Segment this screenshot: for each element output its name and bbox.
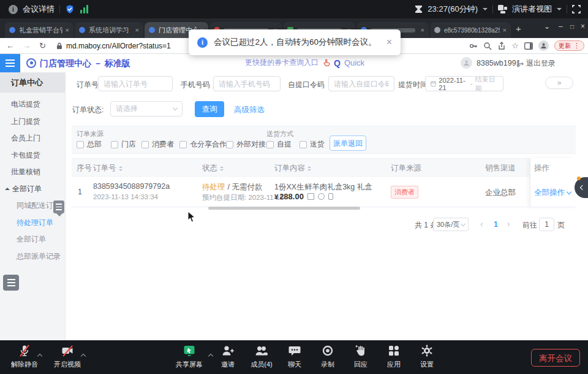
col-header-status[interactable]: 状态	[202, 163, 224, 174]
current-page[interactable]: 1	[494, 220, 498, 229]
timer-caret-icon[interactable]	[483, 8, 488, 13]
more-icon[interactable]: ⋮	[573, 42, 580, 50]
tab-search-chevron-icon[interactable]: ⌄	[544, 22, 550, 31]
sidebar-item-member-visit[interactable]: 会员上门	[0, 131, 66, 145]
logout-icon	[516, 60, 524, 67]
toolbar-video-button[interactable]: 开启视频	[49, 344, 86, 369]
floating-annotation-button[interactable]	[3, 275, 19, 291]
hamburger-button[interactable]	[0, 54, 20, 72]
order-status-select[interactable]: 请选择	[110, 101, 183, 116]
sidebar-item-card-pickup[interactable]: 卡包提货	[0, 148, 66, 162]
promo-link[interactable]: 更快捷的券卡查询入口	[245, 58, 318, 68]
checkbox-icon[interactable]	[179, 141, 187, 148]
expand-filters-button[interactable]: »	[545, 77, 573, 89]
checkbox-icon[interactable]	[141, 141, 149, 148]
toolbar-apps-button[interactable]: 应用	[380, 344, 408, 369]
leave-meeting-button[interactable]: 离开会议	[531, 349, 580, 367]
sidebar-subitem-all-orders[interactable]: 全部订单	[0, 232, 66, 246]
toolbar-record-button[interactable]: 录制	[314, 344, 342, 369]
logout-link[interactable]: 退出登录	[526, 58, 556, 69]
sort-icon[interactable]	[119, 166, 123, 171]
reload-icon[interactable]: ↻	[39, 41, 46, 50]
order-no-input[interactable]	[98, 76, 173, 91]
quick-link[interactable]: Quick	[344, 58, 364, 67]
back-icon[interactable]: ←	[6, 41, 14, 50]
username[interactable]: 8385wb1991	[477, 59, 521, 67]
update-badge[interactable]: 更新 ⋮	[554, 40, 584, 51]
checkbox-source-consumer[interactable]: 消费者	[141, 139, 174, 150]
tab-close-icon[interactable]: ×	[62, 26, 69, 34]
browser-tab[interactable]: 礼盒营销平台管理中心 ×	[5, 22, 74, 38]
sidebar-item-door-pickup[interactable]: 上门提货	[0, 114, 66, 129]
checkbox-delivery-delivery[interactable]: 送货	[300, 139, 325, 150]
date-range-input[interactable]: 2022-11-21 - 结束日期	[425, 76, 503, 91]
checkbox-icon[interactable]	[77, 141, 84, 148]
checkbox-source-warehouse[interactable]: 仓分享合作	[179, 139, 227, 150]
toolbar-reaction-button[interactable]: 回应	[347, 344, 375, 369]
checkbox-source-external[interactable]: 外部对接	[226, 139, 266, 150]
url-text[interactable]: md.maboy.cn/AllOrder?status=1	[66, 42, 171, 50]
tab-close-icon[interactable]: ×	[132, 26, 139, 34]
checkbox-source-store[interactable]: 门店	[111, 139, 136, 150]
notification-close-icon[interactable]: ×	[386, 37, 392, 48]
signal-bars-icon[interactable]	[80, 5, 89, 13]
phone-input[interactable]	[213, 76, 281, 91]
toolbar-chat-button[interactable]: 聊天	[281, 344, 309, 369]
fullscreen-icon[interactable]	[572, 5, 581, 13]
forward-icon[interactable]: →	[23, 41, 31, 50]
browser-tab[interactable]: 系统培训学习 ×	[75, 22, 143, 38]
checkbox-source-hq[interactable]: 总部	[77, 139, 102, 150]
meeting-details-label[interactable]: 会议详情	[23, 4, 55, 15]
tab-close-icon[interactable]: ×	[418, 26, 424, 34]
goto-page-input[interactable]	[539, 218, 554, 231]
maximize-icon[interactable]: □	[570, 23, 574, 30]
toolbar-invite-button[interactable]: 邀请	[213, 344, 243, 369]
view-mode-label[interactable]: 演讲者视图	[512, 4, 552, 15]
layout-view-icon[interactable]	[498, 5, 507, 13]
pickup-code-input[interactable]	[328, 76, 394, 91]
meeting-topbar: i 会议详情 23:27(60分钟) 演讲者视图	[0, 0, 588, 18]
col-header-content[interactable]: 订单内容	[274, 163, 311, 174]
bookmark-star-icon[interactable]: ☆	[511, 41, 519, 50]
toolbar-settings-button[interactable]: 设置	[413, 344, 441, 369]
sidebar-collapse-handle[interactable]	[53, 200, 64, 213]
info-icon[interactable]: i	[9, 5, 18, 14]
key-icon[interactable]	[469, 42, 478, 50]
sidebar-subitem-pending-orders[interactable]: 待处理订单	[0, 215, 66, 230]
profile-avatar-icon[interactable]	[538, 40, 549, 51]
page-size-select[interactable]: 30条/页	[433, 218, 469, 231]
quick-logo[interactable]: Q	[334, 58, 341, 68]
search-button[interactable]: 查询	[195, 101, 224, 117]
checkbox-icon[interactable]	[226, 141, 233, 148]
sidebar-item-batch-verify[interactable]: 批量核销	[0, 164, 66, 179]
checkbox-icon[interactable]	[266, 141, 274, 148]
dispatch-return-button[interactable]: 派单退回	[330, 135, 366, 151]
checkbox-icon[interactable]	[111, 141, 118, 148]
toolbar-members-button[interactable]: 成员(4)	[245, 344, 278, 369]
sidebar-item-phone-pickup[interactable]: 电话提货	[0, 97, 66, 112]
minimize-icon[interactable]: –	[559, 22, 563, 31]
new-tab-button[interactable]: +	[516, 23, 521, 34]
view-caret-icon[interactable]	[557, 8, 562, 13]
checkbox-icon[interactable]	[300, 141, 307, 148]
browser-tab[interactable]: e8c573980b1328a258fd2e618 ×	[430, 22, 511, 38]
sidebar-subitem-hq-dispatch[interactable]: 总部派单记录	[0, 249, 66, 264]
checkbox-delivery-selfpickup[interactable]: 自提	[266, 139, 292, 150]
tab-close-icon[interactable]: ×	[500, 26, 507, 34]
horizontal-scrollbar[interactable]	[208, 207, 360, 210]
shield-check-icon[interactable]	[65, 4, 75, 14]
side-panel-icon[interactable]	[524, 42, 533, 50]
row-action-dropdown[interactable]: 全部操作	[534, 188, 571, 198]
next-page-icon[interactable]: ›	[507, 219, 510, 229]
sort-icon[interactable]	[307, 166, 311, 171]
prev-page-icon[interactable]: ‹	[480, 219, 483, 229]
window-close-icon[interactable]: ×	[581, 22, 585, 31]
advanced-filter-link[interactable]: 高级筛选	[234, 105, 265, 115]
col-header-orderno[interactable]: 订单号	[93, 163, 123, 174]
sidebar-group-all-orders[interactable]: 全部订单	[0, 181, 66, 196]
sort-icon[interactable]	[220, 166, 224, 171]
share-icon[interactable]	[497, 42, 506, 50]
toolbar-share-button[interactable]: 共享屏幕	[171, 344, 208, 369]
user-avatar[interactable]	[461, 57, 472, 69]
zoom-icon[interactable]	[483, 42, 492, 50]
